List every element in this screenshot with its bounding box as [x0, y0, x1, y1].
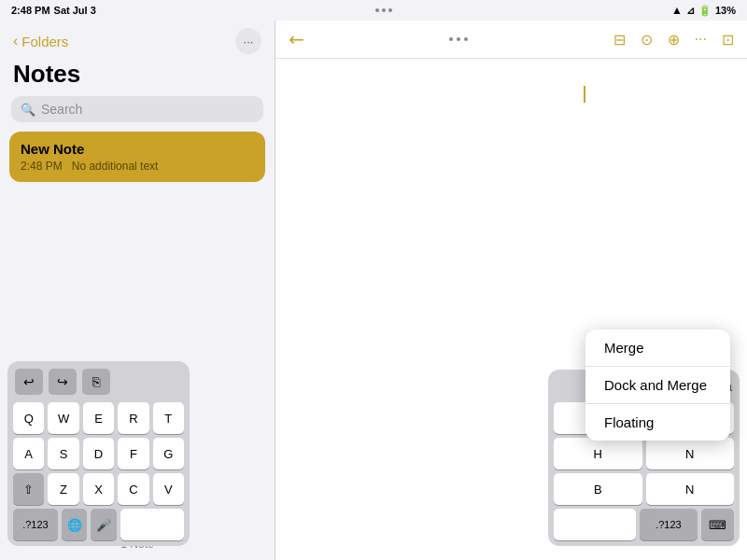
right-space-key[interactable]: [554, 509, 636, 540]
redo-button[interactable]: ↪: [49, 369, 77, 395]
status-date: Sat Jul 3: [54, 5, 96, 16]
keyboard-hide-key[interactable]: ⌨: [701, 509, 734, 540]
back-label: Folders: [21, 34, 68, 49]
shift-key[interactable]: ⇧: [13, 473, 44, 505]
more-icon[interactable]: ···: [695, 31, 707, 48]
compose-icon[interactable]: ⊡: [722, 31, 734, 49]
note-title: New Note: [21, 141, 254, 157]
key-t[interactable]: T: [153, 402, 184, 434]
right-numbers-key[interactable]: .?123: [640, 509, 698, 540]
note-time: 2:48 PM: [21, 160, 63, 173]
back-arrow-icon[interactable]: ↖: [283, 26, 310, 53]
context-menu-dock-and-merge[interactable]: Dock and Merge: [585, 367, 730, 404]
key-s[interactable]: S: [48, 438, 78, 469]
key-q[interactable]: Q: [13, 402, 44, 434]
key-x[interactable]: X: [83, 473, 114, 505]
sidebar-header: ‹ Folders ···: [0, 21, 275, 58]
search-icon: 🔍: [21, 103, 35, 117]
note-item[interactable]: New Note 2:48 PM No additional text: [9, 132, 265, 182]
keyboard-toolbar-left: ↩ ↪ ⎘: [13, 369, 184, 395]
mic-key[interactable]: 🎤: [91, 509, 116, 540]
undo-icon: ↩: [23, 374, 35, 389]
kb-row-1: Q W E R T: [13, 402, 184, 434]
key-n[interactable]: N: [646, 438, 735, 469]
signal-icon: ⊿: [686, 5, 695, 17]
key-v[interactable]: V: [153, 473, 184, 505]
space-key[interactable]: [120, 509, 184, 540]
status-time: 2:48 PM: [11, 5, 50, 16]
toolbar-right: ⊟ ⊙ ⊕ ··· ⊡: [613, 31, 734, 49]
settings-icon[interactable]: ⊟: [613, 31, 626, 49]
key-r[interactable]: R: [118, 402, 148, 434]
ellipsis-icon: ···: [244, 35, 254, 49]
text-cursor: [584, 86, 585, 103]
key-w[interactable]: W: [48, 402, 78, 434]
undo-button[interactable]: ↩: [15, 369, 43, 395]
wifi-icon: ▲: [671, 4, 683, 17]
sidebar-title: Notes: [0, 58, 275, 96]
context-menu-merge[interactable]: Merge: [585, 329, 730, 367]
key-h[interactable]: H: [554, 438, 642, 469]
at-icon[interactable]: ⊕: [668, 31, 680, 49]
battery-percent: 13%: [715, 5, 736, 16]
context-menu: Merge Dock and Merge Floating: [585, 329, 730, 441]
clipboard-button[interactable]: ⎘: [82, 369, 110, 395]
status-left: 2:48 PM Sat Jul 3: [11, 5, 96, 16]
main-toolbar: ↖ ⊟ ⊙ ⊕ ··· ⊡: [275, 21, 747, 59]
toolbar-center: [449, 37, 468, 41]
kb-bottom-row: .?123 🌐 🎤: [13, 509, 184, 540]
kb-row-3: ⇧ Z X C V: [13, 473, 184, 505]
key-c[interactable]: C: [118, 473, 148, 505]
battery-icon: 🔋: [698, 5, 712, 17]
toolbar-center-dots: [375, 8, 392, 12]
key-b[interactable]: B: [554, 473, 642, 505]
sidebar-ellipsis-button[interactable]: ···: [235, 28, 261, 54]
key-e[interactable]: E: [83, 402, 114, 434]
key-f[interactable]: F: [118, 438, 148, 469]
status-right: ▲ ⊿ 🔋 13%: [671, 4, 736, 17]
key-d[interactable]: D: [83, 438, 114, 469]
status-bar: 2:48 PM Sat Jul 3 ▲ ⊿ 🔋 13%: [0, 0, 747, 21]
context-menu-floating[interactable]: Floating: [585, 404, 730, 441]
globe-key[interactable]: 🌐: [62, 509, 87, 540]
back-chevron-icon: ‹: [13, 33, 18, 49]
kb-right-row-3: B N: [554, 473, 734, 505]
clipboard-icon: ⎘: [92, 374, 100, 389]
key-n2[interactable]: N: [646, 473, 735, 505]
key-a[interactable]: A: [13, 438, 44, 469]
key-g[interactable]: G: [153, 438, 184, 469]
note-preview: No additional text: [72, 160, 159, 173]
key-z[interactable]: Z: [48, 473, 78, 505]
search-placeholder: Search: [41, 102, 82, 117]
note-meta: 2:48 PM No additional text: [21, 160, 254, 173]
redo-icon: ↪: [57, 374, 68, 389]
numbers-key[interactable]: .?123: [13, 509, 58, 540]
kb-right-row-2: H N: [554, 438, 734, 469]
kb-right-bottom-row: .?123 ⌨: [554, 509, 734, 540]
kb-row-2: A S D F G: [13, 438, 184, 469]
camera-icon[interactable]: ⊙: [641, 31, 653, 49]
keyboard-left: ↩ ↪ ⎘ Q W E R T A S D F G ⇧ Z X C V .?12…: [7, 361, 190, 546]
toolbar-left: ↖: [289, 28, 304, 50]
search-bar[interactable]: 🔍 Search: [11, 96, 263, 122]
back-button[interactable]: ‹ Folders: [13, 33, 68, 49]
